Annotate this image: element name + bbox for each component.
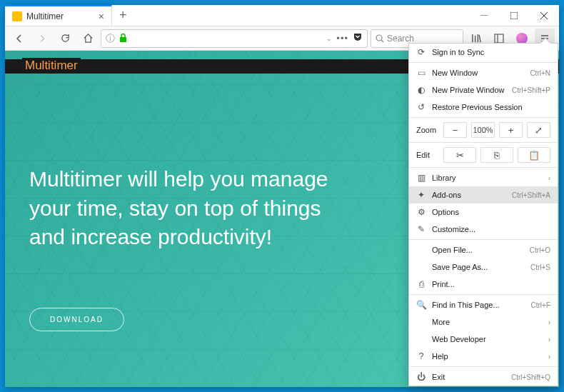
search-icon: 🔍 [416,300,426,310]
tab-active[interactable]: Multitimer × [5,5,112,26]
download-button[interactable]: DOWNLOAD [29,308,124,331]
maximize-button[interactable] [499,5,529,26]
brand-logo: Multitimer [22,58,81,74]
menu-find[interactable]: 🔍Find in This Page...Ctrl+F [409,296,558,313]
menu-zoom: Zoom − 100% + ⤢ [409,119,558,141]
menu-save-page[interactable]: Save Page As...Ctrl+S [409,258,558,276]
menu-help[interactable]: ?Help› [409,348,558,365]
paste-button[interactable]: 📋 [518,147,550,163]
exit-icon: ⏻ [416,372,426,382]
menu-print[interactable]: ⎙Print... [409,276,558,293]
hamburger-menu: ⟳Sign in to Sync ▭New WindowCtrl+N ◐New … [408,43,558,386]
pocket-icon[interactable] [353,32,363,45]
menu-exit[interactable]: ⏻ExitCtrl+Shift+Q [409,368,558,386]
menu-sync[interactable]: ⟳Sign in to Sync [409,44,558,61]
gear-icon: ⚙ [416,207,426,217]
url-bar[interactable]: ⓘ ⌄ ••• [101,29,368,48]
titlebar: Multitimer × + [5,5,559,26]
fullscreen-button[interactable]: ⤢ [527,122,550,138]
close-window-button[interactable] [529,5,559,26]
menu-new-window[interactable]: ▭New WindowCtrl+N [409,64,558,81]
lock-icon [119,34,127,44]
library-icon: ▥ [416,173,426,183]
window-icon: ▭ [416,68,426,78]
menu-customize[interactable]: ✎Customize... [409,221,558,238]
search-placeholder: Search [387,34,414,44]
help-icon: ? [416,351,426,361]
window-controls [469,5,559,26]
svg-line-6 [381,40,383,42]
dropdown-icon[interactable]: ⌄ [326,35,332,42]
cut-button[interactable]: ✂ [443,147,476,163]
tab-title: Multitimer [26,11,64,21]
chevron-right-icon: › [548,353,550,361]
menu-web-developer[interactable]: Web Developer› [409,331,558,348]
menu-private-window[interactable]: ◐New Private WindowCtrl+Shift+P [409,81,558,99]
copy-button[interactable]: ⎘ [480,147,513,163]
home-button[interactable] [78,29,98,49]
menu-open-file[interactable]: Open File...Ctrl+O [409,241,558,258]
menu-more[interactable]: More› [409,313,558,331]
back-button[interactable] [9,29,29,49]
sync-icon: ⟳ [416,47,426,57]
menu-edit: Edit ✂ ⎘ 📋 [409,144,558,166]
chevron-right-icon: › [548,318,550,326]
svg-point-5 [376,35,382,41]
svg-rect-1 [510,12,518,19]
menu-addons[interactable]: ✦Add-onsCtrl+Shift+A [409,186,558,203]
tab-close-icon[interactable]: × [99,11,104,22]
new-tab-button[interactable]: + [112,8,134,23]
zoom-out-button[interactable]: − [443,122,467,138]
hero-text: Multitimer will help you manage your tim… [29,165,358,252]
zoom-in-button[interactable]: + [499,122,523,138]
info-icon[interactable]: ⓘ [106,32,115,45]
zoom-value: 100% [471,122,495,138]
search-icon [376,34,384,43]
menu-library[interactable]: ▥Library› [409,169,558,186]
svg-rect-4 [120,37,126,42]
menu-restore-session[interactable]: ↺Restore Previous Session [409,99,558,116]
svg-rect-7 [495,34,503,43]
print-icon: ⎙ [416,279,426,289]
chevron-right-icon: › [548,336,550,343]
forward-button[interactable] [32,29,52,49]
tab-favicon [12,11,22,21]
page-actions-icon[interactable]: ••• [336,33,348,44]
mask-icon: ◐ [416,85,426,95]
menu-options[interactable]: ⚙Options [409,203,558,221]
brush-icon: ✎ [416,224,426,234]
minimize-button[interactable] [469,5,499,26]
puzzle-icon: ✦ [416,190,426,200]
restore-icon: ↺ [416,102,426,112]
reload-button[interactable] [55,29,75,49]
chevron-right-icon: › [548,174,550,182]
